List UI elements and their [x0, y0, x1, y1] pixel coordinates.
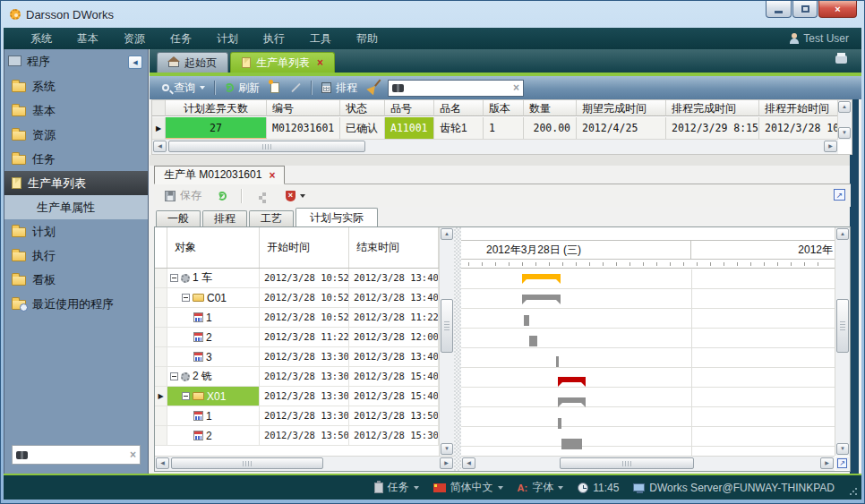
- sidebar-item[interactable]: 系统: [4, 74, 148, 98]
- grid-data-row[interactable]: ▶27M012031601已确认A11001齿轮11200.002012/4/2…: [152, 117, 838, 140]
- scroll-down-button[interactable]: ▼: [441, 443, 453, 455]
- vertical-splitter[interactable]: [454, 227, 461, 471]
- tree-row[interactable]: 22012/3/28 11:222012/3/28 12:00: [155, 328, 439, 347]
- menu-item[interactable]: 任务: [158, 31, 204, 47]
- popout-icon[interactable]: ↗: [834, 189, 845, 201]
- expander-icon[interactable]: [182, 294, 190, 302]
- popout-icon[interactable]: ↗: [837, 458, 847, 468]
- tree-row[interactable]: 22012/3/28 13:502012/3/28 15:30: [155, 426, 439, 446]
- gantt-bar-task[interactable]: [561, 439, 582, 449]
- detail-tab[interactable]: 一般: [156, 210, 201, 226]
- gantt-bar-summary[interactable]: [558, 397, 586, 403]
- status-font-item[interactable]: A:字体: [518, 480, 564, 495]
- sidebar-search-input[interactable]: [28, 448, 130, 462]
- sidebar-item[interactable]: 执行: [4, 243, 148, 268]
- user-indicator[interactable]: Test User: [790, 32, 861, 45]
- close-icon[interactable]: ×: [317, 56, 323, 69]
- detail-tab[interactable]: 排程: [202, 210, 247, 226]
- expander-icon[interactable]: [182, 392, 190, 400]
- grid-horizontal-scrollbar[interactable]: ◀ ▶: [152, 139, 838, 154]
- expander-icon[interactable]: [170, 372, 178, 380]
- tree-row[interactable]: 12012/3/28 10:522012/3/28 11:22: [155, 308, 439, 328]
- close-icon[interactable]: ×: [269, 169, 275, 182]
- new-button[interactable]: [265, 78, 285, 98]
- scrollbar-thumb[interactable]: [171, 457, 323, 469]
- minimize-button[interactable]: [766, 1, 792, 18]
- scroll-up-button[interactable]: ▲: [441, 228, 453, 240]
- scroll-up-button[interactable]: ▲: [838, 101, 851, 113]
- sidebar-item[interactable]: 最近使用的程序: [4, 292, 148, 316]
- close-button[interactable]: ×: [818, 1, 857, 18]
- scroll-left-button[interactable]: ◀: [156, 457, 169, 469]
- menu-item[interactable]: 系统: [18, 31, 64, 47]
- expander-icon[interactable]: [170, 274, 178, 282]
- status-clipboard-item[interactable]: 任务: [374, 480, 419, 495]
- scroll-right-button[interactable]: ▶: [824, 141, 837, 152]
- validate-button[interactable]: ×: [280, 186, 311, 206]
- menu-item[interactable]: 资源: [111, 31, 158, 47]
- clean-button[interactable]: [363, 78, 382, 98]
- tree-horizontal-scrollbar[interactable]: ◀ ▶: [155, 456, 454, 471]
- detail-document-tab[interactable]: 生产单 M012031601 ×: [154, 166, 285, 184]
- gantt-horizontal-scrollbar[interactable]: ◀ ▶: [461, 456, 835, 471]
- scrollbar-thumb[interactable]: [560, 457, 694, 469]
- scroll-left-button[interactable]: ◀: [462, 457, 475, 469]
- scroll-down-button[interactable]: ▼: [836, 443, 849, 455]
- document-tab[interactable]: 起始页: [157, 52, 228, 73]
- menu-item[interactable]: 计划: [204, 31, 251, 47]
- detail-tab[interactable]: 计划与实际: [295, 208, 378, 227]
- horizontal-splitter[interactable]: [150, 155, 850, 166]
- edit-button[interactable]: [285, 78, 307, 98]
- tree-row[interactable]: 2 铣2012/3/28 13:302012/3/28 15:40: [155, 367, 439, 387]
- query-button[interactable]: 查询: [157, 78, 210, 98]
- scroll-right-button[interactable]: ▶: [820, 457, 834, 469]
- tree-row[interactable]: ▶X012012/3/28 13:302012/3/28 15:40: [155, 387, 439, 406]
- gantt-bar-summary[interactable]: [522, 274, 561, 279]
- gantt-bar-task[interactable]: [524, 315, 529, 326]
- scroll-left-button[interactable]: ◀: [153, 141, 167, 152]
- clear-search-icon[interactable]: ×: [513, 81, 519, 94]
- gantt-vertical-scrollbar[interactable]: ▲ ▼: [835, 227, 850, 456]
- gantt-bar-summary[interactable]: [558, 377, 586, 382]
- scrollbar-thumb[interactable]: [836, 299, 849, 353]
- schedule-button[interactable]: 排程: [316, 78, 363, 98]
- scrollbar-thumb[interactable]: [441, 299, 453, 353]
- status-clock-item[interactable]: 11:45: [578, 482, 619, 494]
- scroll-right-button[interactable]: ▶: [440, 457, 453, 469]
- tree-row[interactable]: 1 车2012/3/28 10:522012/3/28 13:40: [155, 269, 439, 288]
- menu-item[interactable]: 执行: [251, 31, 297, 47]
- sidebar-item[interactable]: 看板: [4, 268, 148, 292]
- toolbar-search-input[interactable]: [404, 81, 513, 95]
- status-flag-item[interactable]: 简体中文: [433, 480, 503, 495]
- resize-grip[interactable]: [849, 487, 858, 496]
- refresh-button[interactable]: 刷新: [219, 78, 265, 98]
- refresh-button[interactable]: [212, 186, 232, 206]
- gantt-bar-summary[interactable]: [522, 295, 561, 300]
- tree-row[interactable]: 32012/3/28 13:302012/3/28 13:40: [155, 347, 439, 367]
- gantt-bar-task[interactable]: [558, 418, 561, 429]
- gantt-bar-task[interactable]: [556, 356, 559, 367]
- sidebar-item[interactable]: 任务: [4, 147, 148, 171]
- scroll-down-button[interactable]: ▼: [838, 127, 851, 139]
- sidebar-item[interactable]: 基本: [4, 98, 148, 123]
- sidebar-collapse-button[interactable]: ◀: [128, 56, 142, 69]
- grid-vertical-scrollbar[interactable]: ▲ ▼: [837, 100, 852, 140]
- scroll-up-button[interactable]: ▲: [836, 228, 849, 240]
- maximize-button[interactable]: [792, 1, 818, 18]
- flow-button[interactable]: [252, 186, 275, 206]
- sidebar-item[interactable]: 资源: [4, 123, 148, 147]
- gantt-bar-task[interactable]: [529, 336, 537, 346]
- tree-row[interactable]: 12012/3/28 13:302012/3/28 13:50: [155, 406, 439, 426]
- save-button[interactable]: 保存: [159, 186, 207, 206]
- menu-item[interactable]: 基本: [64, 31, 111, 47]
- tree-row[interactable]: C012012/3/28 10:522012/3/28 13:40: [155, 288, 439, 308]
- clear-search-icon[interactable]: ×: [130, 448, 136, 461]
- sidebar-item[interactable]: 计划: [4, 219, 148, 243]
- menu-item[interactable]: 工具: [297, 31, 344, 47]
- menu-item[interactable]: 帮助: [344, 31, 390, 47]
- tree-vertical-scrollbar[interactable]: ▲ ▼: [439, 227, 454, 456]
- sidebar-item[interactable]: 生产单属性: [4, 195, 148, 219]
- printer-icon[interactable]: [835, 56, 847, 64]
- status-monitor-item[interactable]: DWorks Server@FUNWAY-THINKPAD: [633, 482, 835, 494]
- scrollbar-thumb[interactable]: [168, 141, 365, 152]
